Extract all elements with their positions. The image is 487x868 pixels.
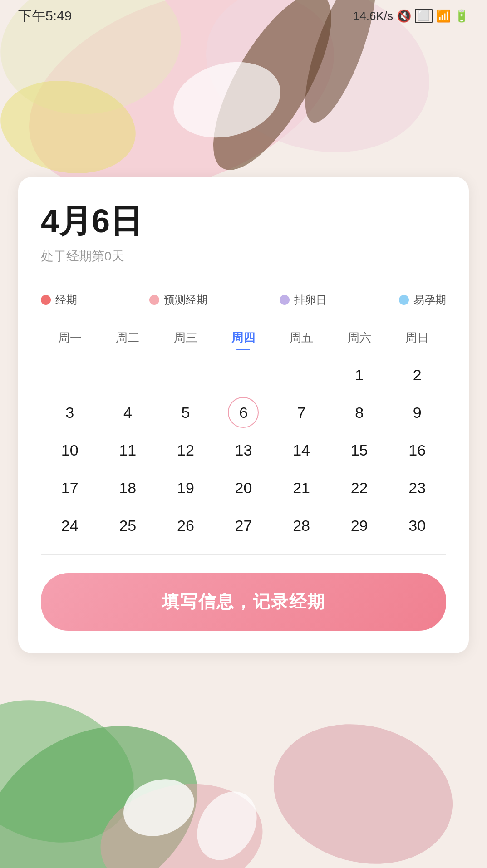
ovulation-label: 排卵日 bbox=[294, 293, 327, 307]
calendar-day-5[interactable]: 5 bbox=[170, 397, 201, 428]
weekday-sun: 周日 bbox=[388, 325, 446, 350]
calendar-day-4[interactable]: 4 bbox=[112, 397, 143, 428]
weekday-thu: 周四 bbox=[215, 325, 273, 350]
calendar-day-22[interactable]: 22 bbox=[344, 472, 375, 503]
calendar-day-18[interactable]: 18 bbox=[112, 472, 143, 503]
predicted-label: 预测经期 bbox=[164, 293, 207, 307]
date-subtitle: 处于经期第0天 bbox=[41, 248, 446, 265]
calendar-day-1[interactable]: 1 bbox=[344, 359, 375, 390]
calendar-day-21[interactable]: 21 bbox=[286, 472, 317, 503]
calendar-day-14[interactable]: 14 bbox=[286, 435, 317, 466]
calendar-day-17[interactable]: 17 bbox=[54, 472, 85, 503]
calendar-day-24[interactable]: 24 bbox=[54, 510, 85, 541]
screen-record-icon: ⬜ bbox=[415, 9, 433, 23]
fertile-label: 易孕期 bbox=[413, 293, 446, 307]
predicted-dot bbox=[149, 295, 159, 305]
weekday-fri: 周五 bbox=[272, 325, 330, 350]
status-bar: 下午5:49 14.6K/s 🔇 ⬜ 📶 🔋 bbox=[0, 0, 487, 32]
calendar-grid: 1 2 3 4 5 6 7 8 9 10 11 12 13 14 15 16 1… bbox=[41, 359, 446, 541]
calendar-divider bbox=[41, 554, 446, 555]
calendar-day-6-today[interactable]: 6 bbox=[228, 397, 259, 428]
calendar-day-30[interactable]: 30 bbox=[402, 510, 433, 541]
calendar-day-29[interactable]: 29 bbox=[344, 510, 375, 541]
calendar-day-11[interactable]: 11 bbox=[112, 435, 143, 466]
wifi-icon: 📶 bbox=[436, 9, 451, 23]
calendar-day-27[interactable]: 27 bbox=[228, 510, 259, 541]
calendar-day-9[interactable]: 9 bbox=[402, 397, 433, 428]
calendar-day-12[interactable]: 12 bbox=[170, 435, 201, 466]
calendar-day-13[interactable]: 13 bbox=[228, 435, 259, 466]
weekday-mon: 周一 bbox=[41, 325, 99, 350]
calendar-day-20[interactable]: 20 bbox=[228, 472, 259, 503]
calendar-day-15[interactable]: 15 bbox=[344, 435, 375, 466]
calendar-day-16[interactable]: 16 bbox=[402, 435, 433, 466]
date-title: 4月6日 bbox=[41, 200, 446, 243]
calendar-day-empty-5 bbox=[286, 359, 317, 390]
calendar-day-empty-2 bbox=[112, 359, 143, 390]
battery-icon: 🔋 bbox=[454, 9, 469, 23]
period-label: 经期 bbox=[55, 293, 77, 307]
legend-ovulation: 排卵日 bbox=[280, 293, 327, 307]
fertile-dot bbox=[399, 295, 409, 305]
calendar-day-7[interactable]: 7 bbox=[286, 397, 317, 428]
calendar-day-28[interactable]: 28 bbox=[286, 510, 317, 541]
period-dot bbox=[41, 295, 51, 305]
calendar-day-2[interactable]: 2 bbox=[402, 359, 433, 390]
calendar-day-23[interactable]: 23 bbox=[402, 472, 433, 503]
calendar-day-3[interactable]: 3 bbox=[54, 397, 85, 428]
calendar-day-26[interactable]: 26 bbox=[170, 510, 201, 541]
calendar-day-empty-1 bbox=[54, 359, 85, 390]
legend-period: 经期 bbox=[41, 293, 77, 307]
weekday-sat: 周六 bbox=[330, 325, 389, 350]
header-divider bbox=[41, 279, 446, 279]
calendar-day-empty-3 bbox=[170, 359, 201, 390]
weekday-wed: 周三 bbox=[157, 325, 215, 350]
status-icons: 14.6K/s 🔇 ⬜ 📶 🔋 bbox=[353, 9, 469, 23]
weekday-tue: 周二 bbox=[99, 325, 157, 350]
legend-fertile: 易孕期 bbox=[399, 293, 446, 307]
cta-button[interactable]: 填写信息，记录经期 bbox=[41, 573, 446, 631]
calendar-day-empty-4 bbox=[228, 359, 259, 390]
calendar-day-8[interactable]: 8 bbox=[344, 397, 375, 428]
calendar-day-19[interactable]: 19 bbox=[170, 472, 201, 503]
mute-icon: 🔇 bbox=[397, 9, 411, 23]
status-time: 下午5:49 bbox=[18, 7, 72, 25]
network-speed: 14.6K/s bbox=[353, 9, 393, 23]
main-card: 4月6日 处于经期第0天 经期 预测经期 排卵日 易孕期 周一 周二 周三 周四… bbox=[18, 177, 469, 653]
legend-predicted: 预测经期 bbox=[149, 293, 207, 307]
calendar-day-25[interactable]: 25 bbox=[112, 510, 143, 541]
calendar-day-10[interactable]: 10 bbox=[54, 435, 85, 466]
legend: 经期 预测经期 排卵日 易孕期 bbox=[41, 293, 446, 307]
ovulation-dot bbox=[280, 295, 290, 305]
weekday-headers: 周一 周二 周三 周四 周五 周六 周日 bbox=[41, 325, 446, 350]
